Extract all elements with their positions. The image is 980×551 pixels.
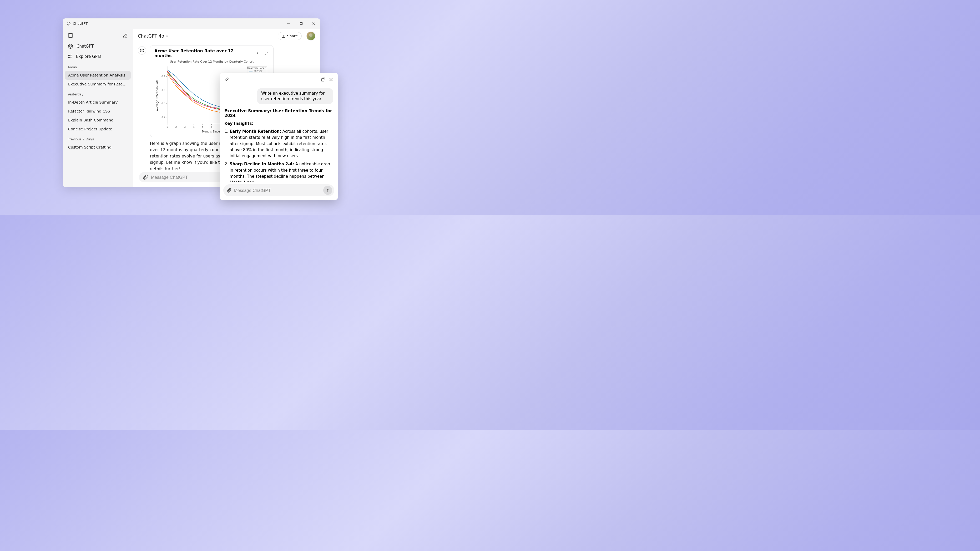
new-chat-icon[interactable] [223, 75, 231, 83]
chevron-down-icon [165, 35, 169, 38]
history-item[interactable]: Refactor Railwind CSS [65, 107, 131, 116]
model-name: ChatGPT 4o [138, 33, 164, 39]
send-button[interactable] [323, 186, 332, 195]
assistant-summary: Executive Summary: User Retention Trends… [224, 109, 333, 182]
sidebar: ChatGPT Explore GPTs TodayAcme User Rete… [63, 29, 133, 187]
svg-text:1: 1 [167, 125, 168, 128]
attachment-icon[interactable] [226, 188, 232, 193]
svg-text:0.2: 0.2 [161, 116, 165, 119]
history-item[interactable]: Explain Bash Command [65, 116, 131, 125]
svg-text:Quarterly Cohort: Quarterly Cohort [247, 67, 266, 70]
titlebar-title: ChatGPT [73, 22, 282, 25]
openai-logo-icon [68, 43, 73, 49]
svg-text:3: 3 [184, 125, 186, 128]
svg-point-14 [141, 50, 143, 51]
upload-icon [282, 34, 286, 38]
user-avatar[interactable] [306, 32, 315, 40]
download-icon[interactable] [255, 51, 261, 57]
svg-text:0.8: 0.8 [161, 75, 165, 78]
companion-compose-input[interactable] [234, 188, 321, 193]
companion-titlebar [220, 73, 338, 86]
svg-rect-58 [321, 78, 324, 81]
section-label: Previous 7 Days [65, 133, 131, 143]
sidebar-item-explore-gpts[interactable]: Explore GPTs [65, 51, 131, 62]
expand-icon[interactable] [263, 51, 269, 56]
svg-text:5: 5 [202, 125, 204, 128]
model-selector[interactable]: ChatGPT 4o [138, 33, 169, 39]
svg-text:0.4: 0.4 [161, 102, 165, 105]
window-minimize-button[interactable] [282, 18, 295, 29]
insight-item: Sharp Decline in Months 2-4: A noticeabl… [230, 161, 333, 182]
svg-point-9 [68, 55, 70, 56]
pop-out-icon[interactable] [319, 75, 327, 83]
svg-text:4: 4 [193, 125, 195, 128]
svg-text:2: 2 [175, 125, 177, 128]
arrow-up-icon [326, 188, 330, 192]
companion-conversation[interactable]: Write an executive summary for user rete… [220, 86, 338, 182]
titlebar: ChatGPT [63, 18, 320, 29]
app-logo-icon [67, 22, 71, 26]
assistant-avatar-icon [138, 46, 146, 55]
svg-text:6: 6 [211, 125, 212, 128]
close-icon[interactable] [327, 75, 335, 83]
svg-point-11 [68, 57, 70, 58]
svg-rect-5 [68, 33, 73, 38]
summary-heading: Executive Summary: User Retention Trends… [224, 109, 333, 118]
svg-text:Average Retention Rate: Average Retention Rate [156, 79, 159, 111]
attachment-icon[interactable] [143, 174, 148, 180]
history-item[interactable]: Concise Project Update [65, 125, 131, 133]
collapse-sidebar-icon[interactable] [67, 32, 75, 40]
svg-point-7 [68, 44, 73, 49]
share-label: Share [287, 34, 298, 38]
conversation-header: ChatGPT 4o Share [133, 29, 320, 43]
user-message: Write an executive summary for user rete… [224, 88, 333, 104]
history-item[interactable]: Executive Summary for Retenti… [65, 79, 131, 89]
svg-point-13 [140, 49, 144, 52]
section-label: Yesterday [65, 89, 131, 98]
summary-subheading: Key Insights: [224, 121, 333, 126]
svg-text:User Retention Rate Over 12 Mo: User Retention Rate Over 12 Months by Qu… [170, 60, 254, 64]
companion-compose-bar [223, 184, 334, 196]
section-label: Today [65, 62, 131, 71]
svg-text:2023Q2: 2023Q2 [253, 70, 262, 73]
svg-point-8 [70, 45, 72, 47]
svg-point-12 [71, 57, 72, 58]
sidebar-item-chatgpt[interactable]: ChatGPT [65, 41, 131, 51]
user-message-text: Write an executive summary for user rete… [257, 88, 333, 104]
window-close-button[interactable] [307, 18, 320, 29]
window-maximize-button[interactable] [295, 18, 307, 29]
svg-point-10 [71, 55, 72, 56]
explore-icon [68, 54, 73, 59]
insight-item: Early Month Retention: Across all cohort… [230, 129, 333, 159]
svg-rect-2 [300, 22, 302, 24]
chart-card-title: Acme User Retention Rate over 12 months [154, 49, 252, 58]
history-item[interactable]: In-Depth Article Summary [65, 98, 131, 107]
history-item[interactable]: Acme User Retention Analysis [65, 71, 131, 79]
history-item[interactable]: Custom Script Crafting [65, 143, 131, 152]
sidebar-item-label: Explore GPTs [76, 54, 101, 59]
sidebar-item-label: ChatGPT [76, 44, 94, 49]
svg-text:0.6: 0.6 [161, 89, 165, 92]
companion-window: Write an executive summary for user rete… [220, 73, 338, 200]
new-chat-icon[interactable] [121, 32, 129, 40]
share-button[interactable]: Share [278, 32, 302, 40]
